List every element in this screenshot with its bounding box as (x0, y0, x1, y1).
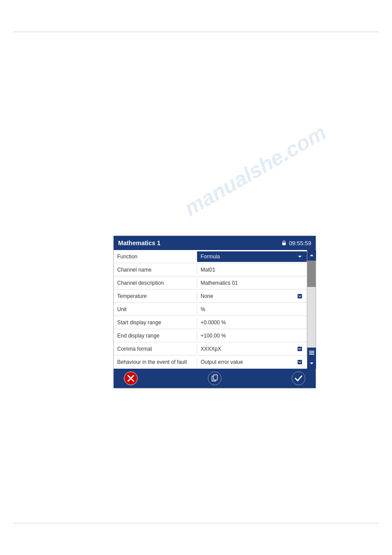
value-channel-name[interactable]: Mat01 (197, 265, 307, 275)
svg-rect-1 (298, 294, 302, 298)
svg-point-11 (292, 372, 305, 385)
row-channel-name[interactable]: Channel name Mat01 (114, 263, 307, 276)
watermark: manualshe.com (180, 120, 331, 221)
comma-format-value-text: XXXXpX (201, 346, 296, 352)
label-comma-format: Comma format (114, 344, 197, 354)
comma-format-dropdown-arrow[interactable] (296, 345, 303, 352)
label-start-display-range: Start display range (114, 318, 197, 327)
row-end-display-range[interactable]: End display range +100.00 % (114, 329, 307, 342)
behaviour-fault-dropdown-arrow[interactable] (296, 359, 303, 366)
svg-rect-5 (309, 352, 314, 353)
dialog-title: Mathematics 1 (118, 239, 160, 247)
cancel-button[interactable] (122, 370, 139, 387)
scroll-menu-icon[interactable] (307, 348, 316, 358)
channel-description-value-text: Mathematics 01 (201, 280, 303, 286)
row-start-display-range[interactable]: Start display range +0.0000 % (114, 316, 307, 329)
mathematics-dialog: Mathematics 1 09:55:59 Function Formula (113, 236, 316, 388)
scroll-thumb[interactable] (307, 261, 316, 287)
svg-rect-2 (298, 347, 302, 351)
svg-rect-3 (298, 360, 302, 364)
row-channel-description[interactable]: Channel description Mathematics 01 (114, 276, 307, 290)
svg-rect-4 (309, 351, 314, 352)
temperature-dropdown-arrow[interactable] (296, 293, 303, 300)
dialog-footer (114, 369, 316, 388)
row-comma-format[interactable]: Comma format XXXXpX (114, 342, 307, 355)
row-function[interactable]: Function Formula (114, 250, 307, 263)
scroll-up-button[interactable] (307, 250, 316, 261)
bottom-divider (13, 523, 379, 523)
behaviour-fault-value-text: Output error value (201, 359, 296, 365)
row-unit[interactable]: Unit % (114, 303, 307, 316)
dialog-body: Function Formula Channel name Mat01 (114, 250, 316, 369)
label-channel-name: Channel name (114, 265, 197, 275)
top-divider (13, 32, 379, 32)
dialog-time: 09:55:59 (281, 240, 311, 247)
label-function: Function (114, 252, 197, 261)
lock-icon (281, 240, 287, 246)
value-temperature[interactable]: None (197, 291, 307, 301)
label-unit: Unit (114, 305, 197, 314)
scroll-down-button[interactable] (307, 358, 316, 369)
value-start-display-range[interactable]: +0.0000 % (197, 318, 307, 327)
copy-button[interactable] (206, 370, 223, 387)
page-background: manualshe.com Mathematics 1 09:55:59 Fun… (0, 0, 392, 555)
function-value-text: Formula (201, 254, 296, 260)
dialog-titlebar: Mathematics 1 09:55:59 (114, 236, 316, 250)
confirm-button[interactable] (290, 370, 307, 387)
label-end-display-range: End display range (114, 331, 197, 341)
svg-rect-10 (213, 375, 217, 380)
value-channel-description[interactable]: Mathematics 01 (197, 278, 307, 288)
label-temperature: Temperature (114, 291, 197, 301)
properties-table: Function Formula Channel name Mat01 (114, 250, 307, 369)
unit-value-text: % (201, 306, 303, 312)
scrollbar[interactable] (307, 250, 316, 369)
value-unit[interactable]: % (197, 305, 307, 314)
value-comma-format[interactable]: XXXXpX (197, 344, 307, 354)
label-behaviour-fault: Behaviour in the event of fault (114, 357, 197, 367)
temperature-value-text: None (201, 293, 296, 299)
function-dropdown-arrow[interactable] (296, 253, 303, 260)
row-behaviour-fault[interactable]: Behaviour in the event of fault Output e… (114, 355, 307, 369)
value-end-display-range[interactable]: +100.00 % (197, 331, 307, 341)
start-display-range-value-text: +0.0000 % (201, 319, 303, 326)
row-temperature[interactable]: Temperature None (114, 290, 307, 303)
channel-name-value-text: Mat01 (201, 267, 303, 273)
scroll-track[interactable] (307, 261, 316, 348)
value-behaviour-fault[interactable]: Output error value (197, 357, 307, 367)
label-channel-description: Channel description (114, 278, 197, 288)
svg-rect-0 (282, 243, 286, 245)
svg-rect-6 (309, 354, 314, 355)
value-function[interactable]: Formula (197, 251, 307, 262)
end-display-range-value-text: +100.00 % (201, 333, 303, 339)
